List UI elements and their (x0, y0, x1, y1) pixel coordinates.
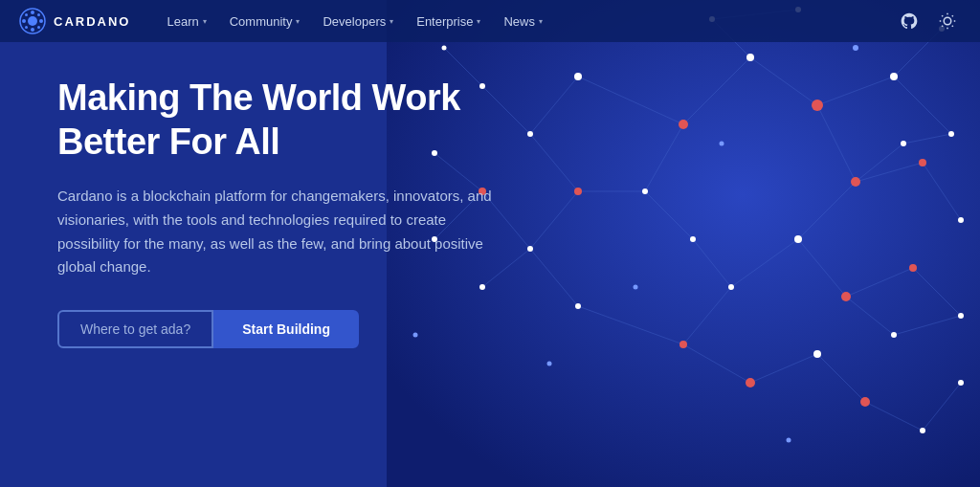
svg-point-42 (679, 120, 688, 129)
svg-point-59 (813, 350, 821, 358)
svg-point-60 (642, 188, 648, 194)
svg-point-61 (690, 236, 696, 242)
svg-point-86 (28, 16, 37, 26)
svg-point-66 (442, 46, 447, 51)
svg-point-56 (948, 131, 954, 137)
svg-point-95 (944, 17, 951, 25)
svg-point-48 (574, 188, 582, 195)
svg-point-44 (851, 177, 860, 187)
svg-point-81 (634, 285, 638, 290)
nav-news-label: News (503, 14, 535, 29)
svg-point-54 (746, 54, 754, 61)
nav-item-news[interactable]: News ▾ (494, 9, 552, 34)
svg-point-73 (920, 428, 925, 433)
nav-item-enterprise[interactable]: Enterprise ▾ (407, 9, 490, 34)
svg-point-79 (853, 45, 858, 51)
svg-point-76 (958, 313, 964, 319)
svg-line-98 (942, 15, 943, 16)
hero-content: Making The World Work Better For All Car… (57, 77, 498, 348)
nav-enterprise-label: Enterprise (416, 14, 473, 29)
svg-point-55 (890, 73, 898, 80)
start-building-button[interactable]: Start Building (213, 310, 359, 348)
nav-news-chevron: ▾ (539, 17, 543, 26)
svg-point-58 (728, 284, 734, 290)
nav-learn-chevron: ▾ (203, 17, 207, 26)
nav-enterprise-chevron: ▾ (477, 17, 480, 26)
svg-point-80 (720, 142, 724, 146)
svg-point-64 (575, 303, 581, 309)
svg-point-46 (679, 341, 687, 348)
svg-point-82 (547, 362, 552, 366)
nav-developers-label: Developers (323, 14, 386, 29)
where-to-get-ada-button[interactable]: Where to get ada? (57, 310, 213, 348)
nav-item-community[interactable]: Community ▾ (220, 9, 310, 34)
svg-point-78 (891, 332, 897, 338)
nav-developers-chevron: ▾ (390, 17, 393, 26)
nav-community-chevron: ▾ (296, 17, 300, 26)
logo-text: CARDANO (54, 14, 130, 29)
svg-point-62 (527, 131, 533, 137)
svg-point-74 (958, 380, 964, 386)
svg-point-47 (746, 378, 755, 387)
nav-items: Learn ▾ Community ▾ Developers ▾ Enterpr… (157, 9, 896, 34)
hero-buttons: Where to get ada? Start Building (57, 310, 498, 348)
logo[interactable]: CARDANO (19, 8, 130, 34)
github-icon[interactable] (896, 8, 923, 34)
svg-point-49 (919, 159, 926, 166)
svg-point-45 (841, 292, 851, 301)
svg-point-87 (31, 11, 34, 14)
svg-point-94 (37, 26, 40, 29)
nav-learn-label: Learn (167, 14, 198, 29)
svg-point-83 (787, 438, 791, 443)
nav-right (896, 8, 961, 34)
svg-point-77 (901, 141, 906, 146)
cardano-logo-icon (19, 8, 46, 34)
nav-community-label: Community (230, 14, 293, 29)
svg-point-91 (25, 13, 28, 16)
svg-point-90 (39, 19, 43, 23)
hero-title: Making The World Work Better For All (57, 77, 498, 164)
svg-point-88 (31, 28, 34, 32)
hero-title-line2: Better For All (57, 122, 279, 162)
theme-toggle-icon[interactable] (934, 8, 961, 34)
svg-point-93 (25, 26, 28, 29)
svg-line-103 (952, 15, 953, 16)
nav-item-developers[interactable]: Developers ▾ (313, 9, 403, 34)
main-nav: CARDANO Learn ▾ Community ▾ Developers ▾… (0, 0, 980, 42)
hero-section: CARDANO Learn ▾ Community ▾ Developers ▾… (0, 0, 980, 487)
svg-point-51 (860, 397, 870, 407)
hero-description: Cardano is a blockchain platform for cha… (57, 185, 498, 279)
svg-point-50 (909, 264, 917, 272)
svg-point-75 (958, 217, 964, 223)
hero-title-line1: Making The World Work (57, 77, 460, 118)
svg-point-92 (37, 13, 40, 16)
svg-line-102 (942, 26, 943, 27)
svg-point-63 (527, 246, 533, 252)
svg-point-57 (794, 235, 802, 243)
nav-item-learn[interactable]: Learn ▾ (157, 9, 215, 34)
svg-point-53 (574, 73, 582, 80)
svg-line-99 (952, 26, 953, 27)
svg-point-43 (812, 100, 823, 111)
svg-point-89 (22, 19, 26, 23)
